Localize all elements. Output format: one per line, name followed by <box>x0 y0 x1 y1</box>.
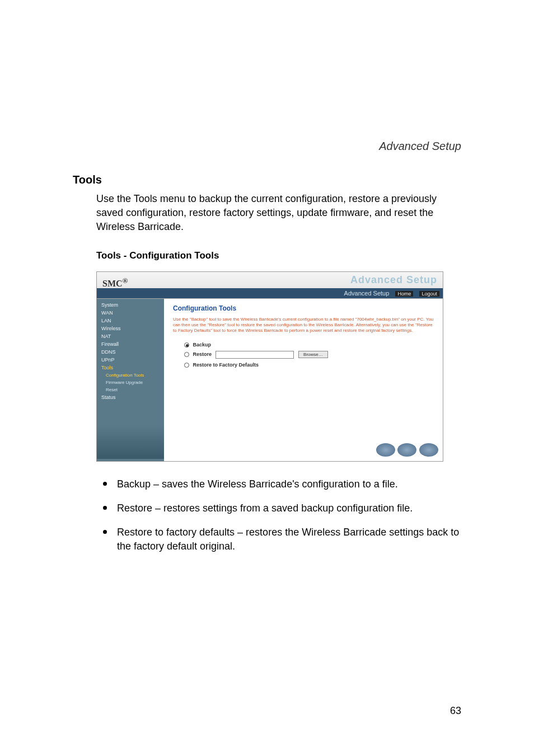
nav-status[interactable]: Status <box>97 393 164 401</box>
bullet-text: Restore – restores settings from a saved… <box>117 501 461 515</box>
content-description: Use the "Backup" tool to save the Wirele… <box>173 317 434 334</box>
cancel-button[interactable] <box>419 443 438 457</box>
router-screenshot: SMC® Networks Advanced Setup Advanced Se… <box>96 271 443 462</box>
bullet-text: Restore to factory defaults – restores t… <box>117 525 461 553</box>
screenshot-header: SMC® Networks Advanced Setup Advanced Se… <box>97 272 443 299</box>
nav-system[interactable]: System <box>97 301 164 309</box>
bullet-dot-icon <box>103 506 107 510</box>
strip-advanced-label: Advanced Setup <box>344 290 390 297</box>
logout-link[interactable]: Logout <box>419 291 439 297</box>
page-header-breadcrumb: Advanced Setup <box>379 140 461 153</box>
bullet-item: Backup – saves the Wireless Barricade's … <box>96 477 461 491</box>
sidebar-nav: System WAN LAN Wireless NAT Firewall DDN… <box>97 301 164 401</box>
radio-restore-defaults[interactable] <box>184 363 189 368</box>
help-button[interactable] <box>376 443 395 457</box>
screenshot-content: Configuration Tools Use the "Backup" too… <box>164 299 443 461</box>
bullet-item: Restore to factory defaults – restores t… <box>96 525 461 553</box>
logo-sup: ® <box>123 276 128 285</box>
nav-wireless[interactable]: Wireless <box>97 325 164 332</box>
content-title: Configuration Tools <box>173 304 434 312</box>
nav-ddns[interactable]: DDNS <box>97 348 164 356</box>
logo-text: SMC <box>102 279 123 288</box>
sidebar-decor <box>97 425 164 459</box>
page-number: 63 <box>450 705 461 717</box>
bullet-text: Backup – saves the Wireless Barricade's … <box>117 477 461 491</box>
option-restore-defaults[interactable]: Restore to Factory Defaults <box>184 362 434 368</box>
nav-nat[interactable]: NAT <box>97 332 164 340</box>
backup-label: Backup <box>193 342 212 348</box>
option-backup[interactable]: Backup <box>184 342 434 348</box>
nav-firmware-upgrade[interactable]: Firmware Upgrade <box>97 379 164 386</box>
nav-wan[interactable]: WAN <box>97 309 164 317</box>
screenshot-sidebar: System WAN LAN Wireless NAT Firewall DDN… <box>97 299 164 461</box>
bullet-list: Backup – saves the Wireless Barricade's … <box>96 477 461 554</box>
bullet-item: Restore – restores settings from a saved… <box>96 501 461 515</box>
footer-buttons <box>375 443 438 458</box>
section-intro: Use the Tools menu to backup the current… <box>96 192 461 234</box>
bullet-dot-icon <box>103 482 107 486</box>
apply-button[interactable] <box>397 443 416 457</box>
nav-configuration-tools[interactable]: Configuration Tools <box>97 372 164 379</box>
brand-ghost-text: Advanced Setup <box>350 274 437 286</box>
nav-lan[interactable]: LAN <box>97 317 164 325</box>
browse-button[interactable]: Browse… <box>298 351 328 358</box>
nav-tools[interactable]: Tools <box>97 364 164 372</box>
restore-label: Restore <box>193 351 212 357</box>
option-restore[interactable]: Restore Browse… <box>184 351 434 359</box>
section-title-tools: Tools <box>73 173 461 186</box>
radio-restore[interactable] <box>184 352 189 357</box>
restore-defaults-label: Restore to Factory Defaults <box>193 362 259 368</box>
header-strip: Advanced Setup Home Logout <box>97 288 443 298</box>
nav-upnp[interactable]: UPnP <box>97 356 164 364</box>
nav-firewall[interactable]: Firewall <box>97 340 164 348</box>
home-link[interactable]: Home <box>395 291 413 297</box>
radio-backup[interactable] <box>184 342 189 348</box>
nav-reset[interactable]: Reset <box>97 386 164 393</box>
bullet-dot-icon <box>103 530 107 534</box>
restore-file-input[interactable] <box>216 351 294 359</box>
section-subheading: Tools - Configuration Tools <box>96 250 461 261</box>
